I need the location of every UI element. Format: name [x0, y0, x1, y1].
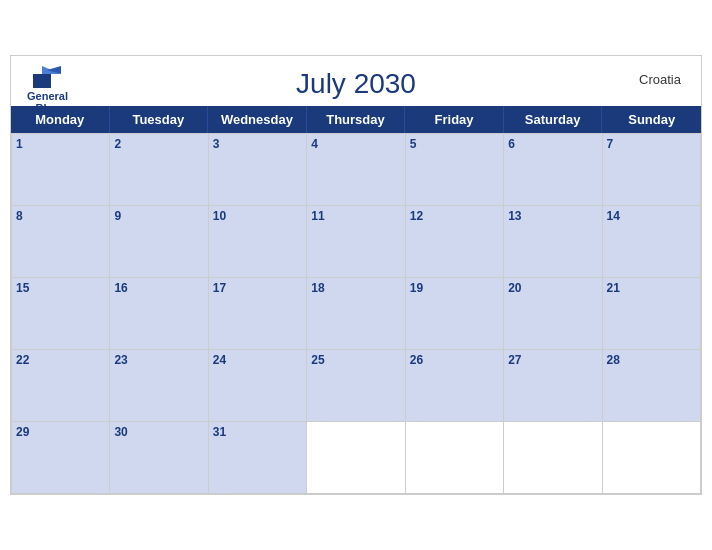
calendar-grid: 1 2 3 4 5 6 7 8 9 10 11 12 13 14 15 16 1… [11, 133, 701, 494]
table-row: 6 [504, 134, 602, 206]
day-thursday: Thursday [307, 106, 406, 133]
table-row: 31 [209, 422, 307, 494]
table-row: 5 [406, 134, 504, 206]
day-friday: Friday [405, 106, 504, 133]
calendar-header: General Blue July 2030 Croatia [11, 56, 701, 106]
table-row: 8 [12, 206, 110, 278]
table-row: 27 [504, 350, 602, 422]
table-row: 10 [209, 206, 307, 278]
table-row: 26 [406, 350, 504, 422]
table-row: 15 [12, 278, 110, 350]
day-tuesday: Tuesday [110, 106, 209, 133]
day-wednesday: Wednesday [208, 106, 307, 133]
svg-rect-0 [33, 74, 51, 88]
table-row: 7 [603, 134, 701, 206]
table-row: 22 [12, 350, 110, 422]
day-saturday: Saturday [504, 106, 603, 133]
table-row: 18 [307, 278, 405, 350]
table-row: 20 [504, 278, 602, 350]
table-row: 24 [209, 350, 307, 422]
table-row [307, 422, 405, 494]
table-row: 11 [307, 206, 405, 278]
table-row: 19 [406, 278, 504, 350]
day-sunday: Sunday [602, 106, 701, 133]
table-row: 14 [603, 206, 701, 278]
table-row: 2 [110, 134, 208, 206]
table-row: 3 [209, 134, 307, 206]
table-row: 4 [307, 134, 405, 206]
table-row [406, 422, 504, 494]
table-row: 12 [406, 206, 504, 278]
days-header: Monday Tuesday Wednesday Thursday Friday… [11, 106, 701, 133]
table-row [504, 422, 602, 494]
table-row: 13 [504, 206, 602, 278]
country-label: Croatia [639, 72, 681, 87]
calendar-container: General Blue July 2030 Croatia Monday Tu… [10, 55, 702, 495]
logo-area: General Blue [27, 66, 68, 114]
table-row: 30 [110, 422, 208, 494]
calendar-title: July 2030 [31, 68, 681, 100]
table-row: 17 [209, 278, 307, 350]
table-row: 9 [110, 206, 208, 278]
table-row: 29 [12, 422, 110, 494]
table-row: 21 [603, 278, 701, 350]
table-row: 16 [110, 278, 208, 350]
table-row: 23 [110, 350, 208, 422]
table-row: 25 [307, 350, 405, 422]
logo-text-general: General [27, 90, 68, 102]
table-row [603, 422, 701, 494]
logo-text-blue: Blue [36, 102, 60, 114]
table-row: 1 [12, 134, 110, 206]
table-row: 28 [603, 350, 701, 422]
general-blue-logo-icon [33, 66, 61, 88]
